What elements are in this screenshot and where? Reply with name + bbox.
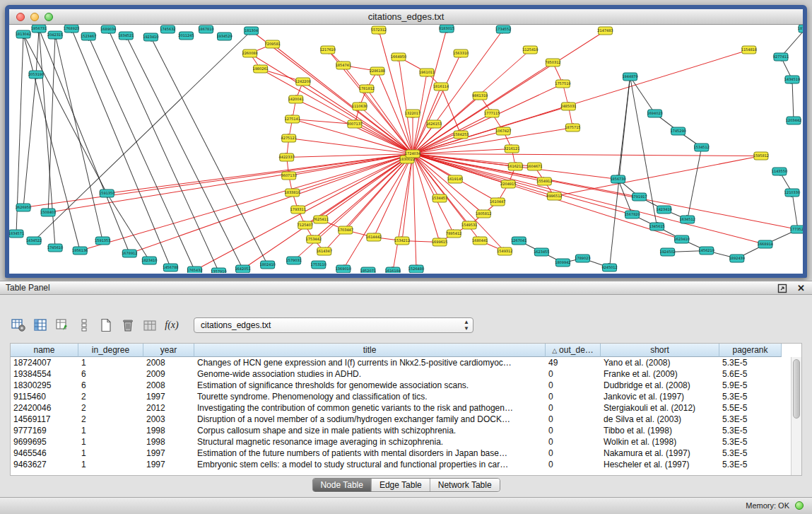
graph-node[interactable]: 1789023 — [575, 255, 590, 262]
graph-node[interactable]: 1768923 — [64, 25, 79, 33]
cell-name[interactable]: 9699695 — [11, 436, 78, 448]
cell-name[interactable]: 9465546 — [11, 448, 78, 459]
graph-node[interactable]: 1242208 — [295, 78, 311, 86]
cell-year[interactable]: 2012 — [143, 402, 194, 414]
float-panel-icon[interactable] — [777, 283, 787, 293]
graph-node[interactable]: 1874810 — [798, 25, 803, 33]
cell-out_degree[interactable]: 0 — [546, 414, 601, 425]
graph-node[interactable]: 1961011 — [419, 69, 435, 76]
cell-title[interactable]: Estimation of the future numbers of pati… — [194, 448, 546, 459]
cell-title[interactable]: Embryonic stem cells: a model to study s… — [194, 459, 546, 470]
cell-title[interactable]: Structural magnetic resonance image aver… — [194, 436, 546, 448]
graph-node[interactable]: 1634512 — [680, 216, 695, 223]
delete-table-icon[interactable] — [119, 317, 136, 334]
cell-in_degree[interactable]: 1 — [78, 436, 143, 448]
tab-network-table[interactable]: Network Table — [430, 479, 500, 491]
graph-node[interactable]: 1734552 — [495, 25, 511, 33]
cell-in_degree[interactable]: 1 — [78, 357, 143, 368]
graph-node[interactable]: 7625411 — [313, 216, 329, 223]
graph-node[interactable]: 1753442 — [306, 235, 322, 243]
cell-name[interactable]: 9463627 — [11, 459, 78, 470]
cell-year[interactable]: 2009 — [143, 368, 194, 380]
graph-node[interactable]: 1423419 — [656, 206, 671, 214]
column-header-in_degree[interactable]: in_degree — [78, 344, 143, 357]
graph-node[interactable]: 1923410 — [143, 33, 158, 41]
function-builder-icon[interactable]: f(x) — [163, 317, 180, 334]
graph-node[interactable]: 1956731 — [31, 25, 47, 33]
cell-year[interactable]: 1997 — [143, 448, 194, 459]
graph-node[interactable]: 1154818 — [741, 46, 757, 54]
graph-node[interactable]: 2286188 — [370, 67, 385, 75]
cell-name[interactable]: 22420046 — [11, 402, 78, 414]
graph-node[interactable]: 3216121 — [504, 145, 519, 153]
cell-short[interactable]: Hescheler et al. (1997) — [601, 459, 719, 470]
graph-node[interactable]: 3607133 — [281, 172, 297, 180]
column-header-short[interactable]: short — [601, 344, 719, 357]
graph-node[interactable]: 1203442 — [786, 117, 801, 124]
graph-node[interactable]: 4275121 — [281, 134, 297, 142]
graph-node[interactable]: 2485031 — [560, 103, 576, 110]
table-row[interactable]: 1830029562008Estimation of significance … — [11, 380, 801, 391]
cell-title[interactable]: Genome-wide association studies in ADHD. — [194, 368, 546, 380]
graph-node[interactable]: 7850312 — [545, 59, 560, 66]
graph-node[interactable]: 1924502 — [660, 248, 676, 256]
graph-node[interactable]: 1813042 — [16, 30, 31, 38]
graph-node[interactable]: 1745632 — [160, 25, 175, 33]
table-row[interactable]: 911546021997Tourette syndrome. Phenomeno… — [11, 391, 801, 402]
graph-node[interactable]: 1369010 — [336, 265, 351, 273]
cell-out_degree[interactable]: 0 — [546, 368, 601, 380]
cell-name[interactable]: 19384554 — [11, 368, 78, 380]
import-table-icon[interactable] — [141, 317, 158, 334]
show-columns-icon[interactable] — [32, 317, 49, 334]
cell-short[interactable]: Nakamura et al. (1997) — [601, 448, 719, 459]
table-row[interactable]: 946362711997Embryonic stem cells: a mode… — [11, 459, 801, 470]
graph-node[interactable]: 1852071 — [360, 267, 376, 273]
graph-node[interactable]: 1508403 — [40, 209, 56, 216]
graph-node[interactable]: 181304 — [245, 27, 259, 35]
cell-short[interactable]: Wolkin et al. (1998) — [601, 436, 719, 448]
column-header-out_degree[interactable]: △out_de… — [546, 344, 601, 357]
graph-node[interactable]: 2260088 — [242, 49, 257, 57]
cell-pagerank[interactable]: 5.3E-5 — [719, 425, 782, 436]
cell-short[interactable]: Yano et al. (2008) — [601, 357, 719, 368]
graph-node[interactable]: 1856730 — [610, 175, 625, 183]
cell-short[interactable]: Stergiakouli et al. (2012) — [601, 402, 719, 414]
graph-node[interactable]: 1802410 — [260, 261, 276, 269]
graph-node[interactable]: 1614347 — [317, 247, 332, 255]
graph-node[interactable]: 1595812 — [753, 152, 769, 160]
column-header-pagerank[interactable]: pagerank — [719, 344, 782, 357]
graph-node[interactable]: 1110630 — [352, 103, 367, 110]
graph-node[interactable]: 8996512 — [546, 192, 562, 200]
graph-node[interactable]: 1668914 — [758, 240, 773, 248]
graph-node[interactable]: 1689034 — [100, 25, 116, 33]
cell-out_degree[interactable]: 49 — [546, 357, 601, 368]
graph-node[interactable]: 1956136 — [72, 247, 88, 255]
cell-in_degree[interactable]: 1 — [78, 448, 143, 459]
graph-node[interactable]: 1781812 — [359, 85, 375, 93]
cell-short[interactable]: Dudbridge et al. (2008) — [601, 380, 719, 391]
graph-node[interactable]: 3007137 — [347, 120, 363, 128]
graph-node[interactable]: 2204915 — [500, 180, 516, 188]
table-row[interactable]: 969969511998Structural magnetic resonanc… — [11, 436, 801, 448]
cell-short[interactable]: Jankovic et al. (1997) — [601, 391, 719, 402]
graph-node[interactable]: 1875715 — [565, 124, 580, 132]
graph-node[interactable]: 1534512 — [694, 144, 710, 151]
graph-node[interactable]: 1765432 — [187, 267, 202, 273]
cell-title[interactable]: Tourette syndrome. Phenomenology and cla… — [194, 391, 546, 402]
graph-node[interactable]: 7209581 — [265, 40, 281, 48]
cell-short[interactable]: Tibbo et al. (1998) — [601, 425, 719, 436]
network-canvas[interactable]: 1813042195673120423151768923152346716890… — [9, 25, 803, 273]
graph-node[interactable]: 1591350 — [99, 189, 114, 197]
column-header-title[interactable]: title — [194, 344, 546, 357]
cell-in_degree[interactable]: 2 — [78, 402, 143, 414]
cell-out_degree[interactable]: 0 — [546, 425, 601, 436]
scrollbar-thumb[interactable] — [793, 359, 800, 419]
graph-node[interactable]: 1549531 — [461, 221, 477, 229]
cell-year[interactable]: 2008 — [143, 380, 194, 391]
graph-node[interactable]: 1616184 — [385, 267, 401, 273]
cell-year[interactable]: 1998 — [143, 425, 194, 436]
graph-node[interactable]: 1610447 — [490, 198, 505, 206]
graph-node[interactable]: 1642051 — [235, 265, 250, 273]
cell-in_degree[interactable]: 1 — [78, 459, 143, 470]
table-options-icon[interactable] — [10, 317, 27, 334]
